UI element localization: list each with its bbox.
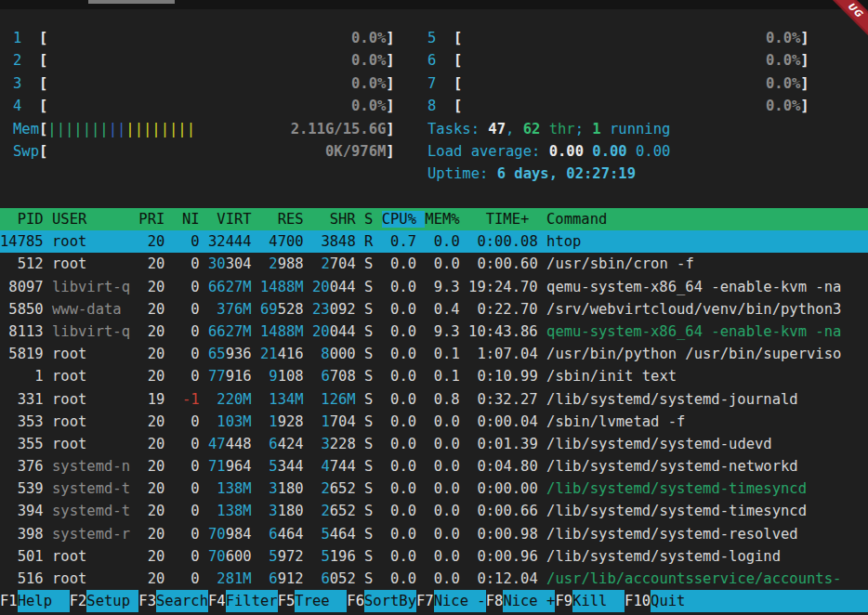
cell-ni: 0	[174, 503, 208, 519]
fkey-nice-button[interactable]: F8Nice +	[486, 590, 556, 612]
col-header-ni[interactable]: NI	[174, 211, 208, 228]
cell-virt: 70	[208, 548, 226, 565]
cell-mem: 0.4	[425, 301, 468, 318]
process-row[interactable]: 8097 libvirt-q 20 0 6627M 1488M 20044 S …	[0, 276, 868, 298]
col-header-virt[interactable]: VIRT	[208, 211, 260, 228]
fkey-number: F3	[138, 590, 156, 612]
cell-user: root	[52, 436, 138, 452]
col-header-user[interactable]: USER	[52, 211, 138, 228]
cpu-meter-value: 0.0%	[766, 75, 800, 92]
col-header-shr[interactable]: SHR	[312, 211, 364, 228]
cell-pid: 516	[0, 570, 52, 587]
cell-res: 1488M	[260, 323, 304, 340]
process-row[interactable]: 8113 libvirt-q 20 0 6627M 1488M 20044 S …	[0, 321, 868, 343]
memory-used-bars: |||||||	[47, 121, 108, 137]
cell-res: 134M	[269, 391, 303, 408]
cell-time: 0:10.99	[468, 368, 546, 385]
cpu-meter-value: 0.0%	[351, 75, 386, 92]
process-row[interactable]: 398 systemd-r 20 0 70984 6464 5464 S 0.0…	[0, 523, 868, 545]
meter-open-bracket: [	[39, 143, 47, 160]
process-row[interactable]: 5850 www-data 20 0 376M 69528 23092 S 0.…	[0, 298, 868, 321]
cell-time: 0:00.00	[468, 480, 546, 497]
process-row[interactable]: 14785 root 20 0 32444 4700 3848 R 0.7 0.…	[0, 230, 868, 253]
cell-cpu: 0.0	[382, 391, 426, 408]
cell-res: 5	[269, 548, 277, 565]
cell-ni: 0	[174, 368, 208, 385]
fkey-quit-button[interactable]: F10Quit	[625, 590, 703, 612]
col-header-mem[interactable]: MEM%	[425, 211, 468, 228]
process-row[interactable]: 353 root 20 0 103M 1928 1704 S 0.0 0.0 0…	[0, 411, 868, 433]
cell-res: 4	[269, 233, 277, 250]
cell-state: S	[364, 368, 382, 385]
process-row[interactable]: 5819 root 20 0 65936 21416 8000 S 0.0 0.…	[0, 343, 868, 365]
fkey-help-button[interactable]: F1Help	[0, 590, 70, 612]
process-row[interactable]: 355 root 20 0 47448 6424 3228 S 0.0 0.0 …	[0, 433, 868, 455]
meter-open-bracket: [	[39, 75, 47, 92]
cell-command: /lib/systemd/systemd-logind	[546, 548, 781, 565]
col-header-state[interactable]: S	[364, 211, 382, 228]
process-row[interactable]: 394 systemd-t 20 0 138M 3180 2652 S 0.0 …	[0, 500, 868, 522]
process-row[interactable]: 1 root 20 0 77916 9108 6708 S 0.0 0.1 0:…	[0, 365, 868, 387]
cell-time: 10:43.86	[468, 323, 546, 340]
col-header-cpu-sorted[interactable]: CPU%	[382, 211, 426, 228]
col-header-pid[interactable]: PID	[0, 211, 52, 228]
cell-shr: 8	[321, 346, 329, 362]
cell-pid: 5819	[0, 346, 52, 362]
cell-shr: 20	[312, 279, 330, 295]
fkey-label: Tree	[295, 590, 347, 612]
fkey-number: F2	[70, 590, 87, 612]
cpu-meter-5: 5 [ 0.0%]	[427, 27, 809, 49]
cell-pid: 539	[0, 480, 52, 497]
cpu-meter-label: 7	[427, 75, 454, 92]
cell-user: root	[52, 368, 138, 385]
fkey-filter-button[interactable]: F4Filter	[208, 590, 278, 612]
cell-pid: 14785	[0, 233, 52, 250]
col-header-pri[interactable]: PRI	[138, 211, 173, 228]
cell-time: 0:00.96	[468, 548, 546, 565]
cell-ni: 0	[174, 323, 208, 340]
cell-command: /lib/systemd/systemd-timesyncd	[546, 480, 807, 497]
process-row[interactable]: 539 systemd-t 20 0 138M 3180 2652 S 0.0 …	[0, 478, 868, 500]
cell-user: root	[52, 346, 138, 362]
cell-res: 5	[269, 458, 277, 475]
process-row[interactable]: 331 root 19 -1 220M 134M 126M S 0.0 0.8 …	[0, 388, 868, 411]
col-header-res[interactable]: RES	[260, 211, 312, 228]
cell-state: S	[364, 255, 382, 272]
fkey-search-button[interactable]: F3Search	[138, 590, 208, 612]
col-header-command[interactable]: Command	[546, 211, 867, 228]
fkey-label: Nice +	[503, 590, 555, 612]
cell-ni: 0	[174, 526, 208, 543]
meter-close-bracket: ]	[800, 52, 809, 69]
fkey-tree-button[interactable]: F5Tree	[278, 590, 348, 612]
cell-ni: 0	[174, 413, 208, 430]
cell-pri: 19	[138, 391, 173, 408]
cell-ni: 0	[174, 436, 208, 452]
cell-mem: 0.0	[425, 570, 468, 587]
cell-ni: -1	[174, 391, 208, 408]
cpu-meter-7: 7 [ 0.0%]	[427, 72, 809, 95]
fkey-nice-button[interactable]: F7Nice -	[416, 590, 486, 612]
cell-user: systemd-t	[52, 480, 138, 497]
window-tab-fragment	[88, 0, 175, 4]
cell-res: 6	[269, 570, 277, 587]
process-row[interactable]: 516 root 20 0 281M 6912 6052 S 0.0 0.0 0…	[0, 568, 868, 590]
process-row[interactable]: 501 root 20 0 70600 5972 5196 S 0.0 0.0 …	[0, 545, 868, 568]
cell-command: /sbin/init text	[546, 368, 677, 385]
cell-mem: 0.0	[425, 458, 468, 475]
meter-open-bracket: [	[454, 75, 462, 92]
meter-open-bracket: [	[454, 30, 462, 46]
process-row[interactable]: 376 systemd-n 20 0 71964 5344 4744 S 0.0…	[0, 455, 868, 478]
process-row[interactable]: 512 root 20 0 30304 2988 2704 S 0.0 0.0 …	[0, 253, 868, 275]
cell-cpu: 0.0	[382, 503, 426, 519]
meter-close-bracket: ]	[800, 75, 809, 92]
fkey-label: Kill	[572, 590, 625, 612]
cell-ni: 0	[174, 570, 208, 587]
fkey-kill-button[interactable]: F9Kill	[555, 590, 625, 612]
fkey-sortby-button[interactable]: F6SortBy	[347, 590, 416, 612]
col-header-time[interactable]: TIME+	[468, 211, 546, 228]
cpu-meter-value: 0.0%	[351, 52, 386, 69]
load-average: Load average: 0.00 0.00 0.00	[427, 140, 809, 163]
cell-mem: 0.1	[425, 346, 468, 362]
cell-state: S	[364, 279, 382, 295]
fkey-setup-button[interactable]: F2Setup	[70, 590, 139, 612]
